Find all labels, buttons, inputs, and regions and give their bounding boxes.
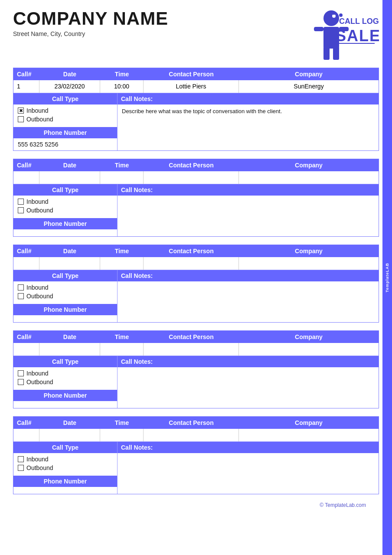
call-type-section-2: Call Type Inbound Outbound Phone Number xyxy=(13,184,118,236)
logo-svg: CALL LOG SALES xyxy=(292,9,379,65)
call-log-entry-4: Call# Date Time Contact Person Company C… xyxy=(13,330,379,408)
templatelab-stripe: TemplateLAB xyxy=(382,0,392,555)
col-contact-person: Contact Person xyxy=(144,331,239,343)
svg-text:CALL LOG: CALL LOG xyxy=(339,17,379,26)
phone-number-header: Phone Number xyxy=(13,218,117,229)
inbound-option[interactable]: Inbound xyxy=(18,198,113,205)
call-type-section-1: Call Type ✖ Inbound Outbound Phone Numbe… xyxy=(13,93,118,150)
outbound-checkbox[interactable] xyxy=(18,379,24,385)
call-notes-value xyxy=(118,196,379,202)
inbound-label: Inbound xyxy=(26,370,49,377)
footer[interactable]: © TemplateLab.com xyxy=(13,502,379,508)
inbound-checkbox[interactable] xyxy=(18,456,24,462)
entry-data-4 xyxy=(13,343,379,356)
col-time: Time xyxy=(100,331,144,343)
call-type-header: Call Type xyxy=(13,442,117,453)
call-type-options: ✖ Inbound Outbound xyxy=(13,104,117,127)
outbound-checkbox[interactable] xyxy=(18,465,24,471)
outbound-label: Outbound xyxy=(26,293,53,300)
call-notes-header: Call Notes: xyxy=(118,442,379,453)
call-log-entry-2: Call# Date Time Contact Person Company C… xyxy=(13,159,379,237)
svg-rect-5 xyxy=(333,47,339,60)
call-type-section-3: Call Type Inbound Outbound Phone Number xyxy=(13,270,118,322)
inbound-checkbox[interactable]: ✖ xyxy=(18,108,24,114)
svg-point-2 xyxy=(332,14,336,18)
entry-data-1: 1 23/02/2020 10:00 Lottie Piers SunEnerg… xyxy=(13,80,379,93)
phone-number-header: Phone Number xyxy=(13,390,117,401)
outbound-checkbox[interactable] xyxy=(18,116,24,122)
footer-link[interactable]: © TemplateLab.com xyxy=(320,502,366,508)
col-company: Company xyxy=(239,331,379,343)
outbound-checkbox[interactable] xyxy=(18,207,24,213)
col-call-hash: Call# xyxy=(13,245,39,257)
inbound-label: Inbound xyxy=(26,284,49,291)
inbound-option[interactable]: Inbound xyxy=(18,370,113,377)
call-type-section-5: Call Type Inbound Outbound Phone Number xyxy=(13,442,118,494)
entry-contact xyxy=(144,171,239,184)
svg-rect-6 xyxy=(314,27,323,31)
outbound-option[interactable]: Outbound xyxy=(18,464,113,471)
entry-contact: Lottie Piers xyxy=(144,80,239,93)
outbound-option[interactable]: Outbound xyxy=(18,207,113,214)
entry-body-4: Call Type Inbound Outbound Phone Number … xyxy=(13,356,379,408)
outbound-checkbox[interactable] xyxy=(18,293,24,299)
inbound-option[interactable]: Inbound xyxy=(18,456,113,463)
entry-date xyxy=(39,171,100,184)
svg-point-1 xyxy=(323,10,339,26)
col-call-hash: Call# xyxy=(13,68,39,80)
call-type-header: Call Type xyxy=(13,93,117,104)
col-company: Company xyxy=(239,417,379,429)
call-notes-value xyxy=(118,367,379,374)
entries-container: Call# Date Time Contact Person Company 1… xyxy=(13,68,379,494)
entry-company xyxy=(239,171,379,184)
phone-number-value: 555 6325 5256 xyxy=(13,138,117,150)
call-type-section-4: Call Type Inbound Outbound Phone Number xyxy=(13,356,118,408)
entry-date xyxy=(39,429,100,441)
call-notes-value xyxy=(118,453,379,460)
entry-call-num xyxy=(13,429,39,441)
col-date: Date xyxy=(39,331,100,343)
svg-point-8 xyxy=(332,11,336,15)
col-call-hash: Call# xyxy=(13,159,39,171)
templatelab-text: TemplateLAB xyxy=(385,263,389,292)
entry-contact xyxy=(144,429,239,441)
svg-rect-4 xyxy=(323,47,330,60)
phone-number-value xyxy=(13,229,117,235)
call-log-entry-1: Call# Date Time Contact Person Company 1… xyxy=(13,68,379,151)
inbound-label: Inbound xyxy=(26,456,49,463)
call-notes-header: Call Notes: xyxy=(118,93,379,104)
entry-contact xyxy=(144,343,239,356)
entry-header-2: Call# Date Time Contact Person Company xyxy=(13,159,379,171)
phone-number-value xyxy=(13,401,117,406)
outbound-label: Outbound xyxy=(26,207,53,214)
call-type-options: Inbound Outbound xyxy=(13,367,117,390)
inbound-option[interactable]: Inbound xyxy=(18,284,113,291)
inbound-option[interactable]: ✖ Inbound xyxy=(18,107,113,114)
entry-date xyxy=(39,343,100,356)
call-type-options: Inbound Outbound xyxy=(13,281,117,304)
call-notes-section-1: Call Notes: Describe here what was the t… xyxy=(118,93,379,150)
outbound-option[interactable]: Outbound xyxy=(18,116,113,123)
col-company: Company xyxy=(239,159,379,171)
call-notes-section-4: Call Notes: xyxy=(118,356,379,408)
inbound-checkbox[interactable] xyxy=(18,199,24,205)
company-info: COMPANY NAME Street Name, City, Country xyxy=(13,9,168,37)
col-time: Time xyxy=(100,68,144,80)
call-type-header: Call Type xyxy=(13,270,117,281)
col-company: Company xyxy=(239,68,379,80)
inbound-checkbox[interactable] xyxy=(18,284,24,291)
outbound-option[interactable]: Outbound xyxy=(18,293,113,300)
entry-call-num xyxy=(13,343,39,356)
logo-container: CALL LOG SALES xyxy=(292,9,379,65)
call-notes-section-2: Call Notes: xyxy=(118,184,379,236)
entry-body-5: Call Type Inbound Outbound Phone Number … xyxy=(13,442,379,494)
entry-call-num: 1 xyxy=(13,80,39,93)
phone-number-header: Phone Number xyxy=(13,304,117,315)
inbound-checkbox[interactable] xyxy=(18,370,24,376)
entry-body-1: Call Type ✖ Inbound Outbound Phone Numbe… xyxy=(13,93,379,150)
call-log-entry-5: Call# Date Time Contact Person Company C… xyxy=(13,416,379,494)
call-type-options: Inbound Outbound xyxy=(13,196,117,218)
outbound-option[interactable]: Outbound xyxy=(18,379,113,385)
call-log-entry-3: Call# Date Time Contact Person Company C… xyxy=(13,245,379,323)
phone-number-header: Phone Number xyxy=(13,476,117,487)
